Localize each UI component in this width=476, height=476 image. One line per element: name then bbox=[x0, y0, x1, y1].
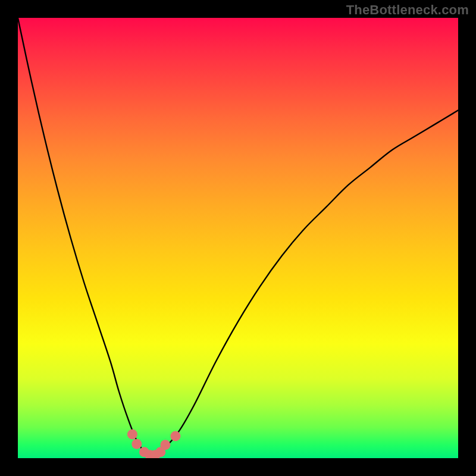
plot-area bbox=[18, 18, 458, 458]
data-marker bbox=[170, 431, 180, 441]
marker-group bbox=[127, 430, 181, 458]
curve-layer bbox=[18, 18, 458, 458]
data-marker bbox=[127, 430, 137, 440]
chart-stage: TheBottleneck.com bbox=[0, 0, 476, 476]
data-marker bbox=[131, 439, 142, 449]
curve-right-branch bbox=[150, 110, 458, 458]
watermark-text: TheBottleneck.com bbox=[346, 2, 469, 18]
curve-left-branch bbox=[18, 18, 150, 458]
data-marker bbox=[160, 440, 170, 450]
